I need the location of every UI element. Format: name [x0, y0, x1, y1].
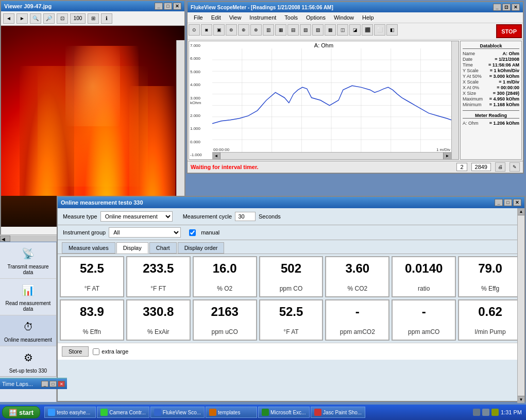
testo-scroll-up[interactable]: ▲ [518, 208, 524, 215]
db-name-row: Name A: Ohm [463, 51, 519, 56]
db-max-val: = 4.950 kOhm [489, 96, 519, 102]
viewer-fit-btn[interactable]: ⊡ [57, 13, 68, 24]
fluke-tb-4[interactable]: ⊛ [226, 24, 237, 36]
manual-checkbox[interactable] [189, 229, 196, 236]
measure-type-select[interactable]: Online measurement [100, 211, 173, 222]
fluke-stop-button[interactable]: STOP [496, 24, 522, 38]
fluke-tb-17[interactable]: ◧ [386, 24, 398, 36]
taskbar: 🪟 start testo easyhe... Camera Contr... … [0, 405, 526, 420]
chart-scroll-right[interactable]: ► [443, 153, 451, 159]
menu-help[interactable]: Help [358, 13, 378, 22]
time-laps-controls: _ □ ✕ [41, 381, 65, 387]
testo-minimize-btn[interactable]: _ [495, 199, 503, 206]
db-yat50-label: Y At 50% [463, 74, 482, 79]
time-laps-close[interactable]: ✕ [58, 381, 65, 387]
instrument-group-select[interactable]: All [109, 227, 181, 238]
fluke-status-btn1[interactable]: 🖨 [495, 162, 505, 172]
tab-chart[interactable]: Chart [149, 242, 177, 254]
viewer-play-btn[interactable]: ► [16, 13, 28, 24]
testo-close-btn[interactable]: ✕ [513, 199, 521, 206]
fluke-tb-14[interactable]: ◪ [349, 24, 361, 36]
db-yat50-row: Y At 50% = 3.000 kOhm [463, 74, 519, 79]
measurement-cycle-input[interactable] [235, 212, 256, 221]
fluke-tb-8[interactable]: ▦ [275, 24, 286, 36]
fluke-close-btn[interactable]: ✕ [512, 4, 520, 11]
viewer-grid-btn[interactable]: ⊞ [88, 13, 99, 24]
fluke-tb-6[interactable]: ⊗ [250, 24, 262, 36]
y-label-6: 6.000 [190, 56, 211, 61]
time-laps-minimize[interactable]: _ [41, 381, 48, 387]
viewer-win-controls: _ □ ✕ [155, 3, 181, 10]
meas-unit-0: °F AT [64, 285, 120, 292]
taskbar-item-camera[interactable]: Camera Contr... [97, 407, 149, 418]
start-button[interactable]: 🪟 start [2, 406, 40, 418]
db-xsize-label: X Size [463, 91, 476, 96]
fluke-tb-12[interactable]: ▩ [325, 24, 336, 36]
tab-measure-values[interactable]: Measure values [62, 242, 115, 254]
fluke-tb-3[interactable]: ▣ [213, 24, 225, 36]
store-button[interactable]: Store [62, 346, 89, 357]
meas-cell-12: - ppm amCO [392, 299, 456, 341]
fluke-minimize-btn[interactable]: _ [493, 4, 501, 11]
fluke-taskbar-icon [154, 409, 161, 416]
fluke-tb-9[interactable]: ▤ [287, 24, 299, 36]
menu-tools[interactable]: Tools [280, 13, 302, 22]
meas-value-9: 2163 [197, 305, 253, 319]
chart-hscrollbar[interactable]: ◄ ► [212, 152, 451, 159]
testo-controls-row2: Instrument group All manual [58, 225, 524, 240]
testo-titlebar: Online measurement testo 330 _ □ ✕ [58, 197, 524, 208]
extra-large-checkbox[interactable] [93, 348, 99, 355]
sidebar-item-read[interactable]: 📊 Read measurement data [0, 279, 56, 315]
fluke-tb-11[interactable]: ▨ [312, 24, 324, 36]
taskbar-item-excel[interactable]: Microsoft Exc... [258, 407, 310, 418]
fluke-tb-15[interactable]: ⬛ [362, 24, 373, 36]
viewer-prev-btn[interactable]: ◄ [3, 13, 14, 24]
testo-vscrollbar[interactable]: ▲ ▼ [517, 208, 524, 403]
desktop: Viewer J09-47.jpg _ □ ✕ ◄ ► 🔍 🔎 ⊡ 100 ⊞ … [0, 0, 526, 405]
taskbar-item-testo[interactable]: testo easyhe... [44, 407, 96, 418]
sidebar-item-setup[interactable]: ⚙ Set-up testo 330 [0, 346, 56, 377]
fluke-tb-7[interactable]: ▥ [263, 24, 274, 36]
fluke-tb-10[interactable]: ▧ [300, 24, 311, 36]
meas-value-13: 0.62 [462, 305, 518, 319]
tab-display-order[interactable]: Display order [178, 242, 225, 254]
fluke-tb-1[interactable]: ⊙ [189, 24, 200, 36]
menu-edit[interactable]: Edit [207, 13, 225, 22]
viewer-zoom-in-btn[interactable]: 🔍 [30, 13, 41, 24]
fluke-tb-5[interactable]: ⊕ [238, 24, 249, 36]
sidebar-item-online[interactable]: ⏱ Online measurement [0, 315, 56, 346]
seconds-label: Seconds [259, 213, 281, 220]
viewer-close-btn[interactable]: ✕ [173, 3, 181, 10]
sidebar-item-transmit[interactable]: 📡 Transmit measure data [0, 242, 56, 279]
menu-file[interactable]: File [190, 13, 207, 22]
fluke-tb-16[interactable]: ⬜ [374, 24, 385, 36]
viewer-title: Viewer J09-47.jpg [4, 3, 52, 9]
fluke-tb-2[interactable]: ◙ [201, 24, 212, 36]
chart-scroll-left[interactable]: ◄ [212, 153, 220, 159]
fluke-restore-btn[interactable]: ⊡ [502, 4, 511, 11]
time-laps-restore[interactable]: □ [49, 381, 57, 387]
taskbar-item-paint[interactable]: Jasc Paint Sho... [311, 407, 365, 418]
tab-display[interactable]: Display [116, 242, 148, 254]
meas-cell-8: 330.8 % ExAir [126, 299, 191, 341]
viewer-info-btn[interactable]: ℹ [101, 13, 112, 24]
taskbar-item-templates[interactable]: templates [206, 407, 257, 418]
extra-large-label: extra large [101, 348, 128, 355]
db-max-row: Maximum = 4.950 kOhm [463, 96, 519, 102]
fluke-status-btn2[interactable]: ✎ [510, 162, 520, 172]
chart-vscrollbar[interactable] [451, 41, 459, 159]
menu-window[interactable]: Window [330, 13, 358, 22]
fluke-tb-13[interactable]: ◫ [337, 24, 348, 36]
testo-scroll-down[interactable]: ▼ [518, 396, 524, 403]
testo-restore-btn[interactable]: □ [504, 199, 512, 206]
taskbar-item-fluke[interactable]: FlukeView Sco... [150, 407, 205, 418]
menu-view[interactable]: View [225, 13, 246, 22]
menu-instrument[interactable]: Instrument [245, 13, 280, 22]
viewer-100-btn[interactable]: 100 [70, 13, 86, 24]
viewer-maximize-btn[interactable]: □ [164, 3, 172, 10]
viewer-zoom-out-btn[interactable]: 🔎 [43, 13, 55, 24]
menu-options[interactable]: Options [302, 13, 330, 22]
viewer-minimize-btn[interactable]: _ [155, 3, 163, 10]
db-yat50-val: = 3.000 kOhm [489, 74, 519, 79]
viewer-hscroll-left[interactable]: ◄ [0, 236, 10, 242]
